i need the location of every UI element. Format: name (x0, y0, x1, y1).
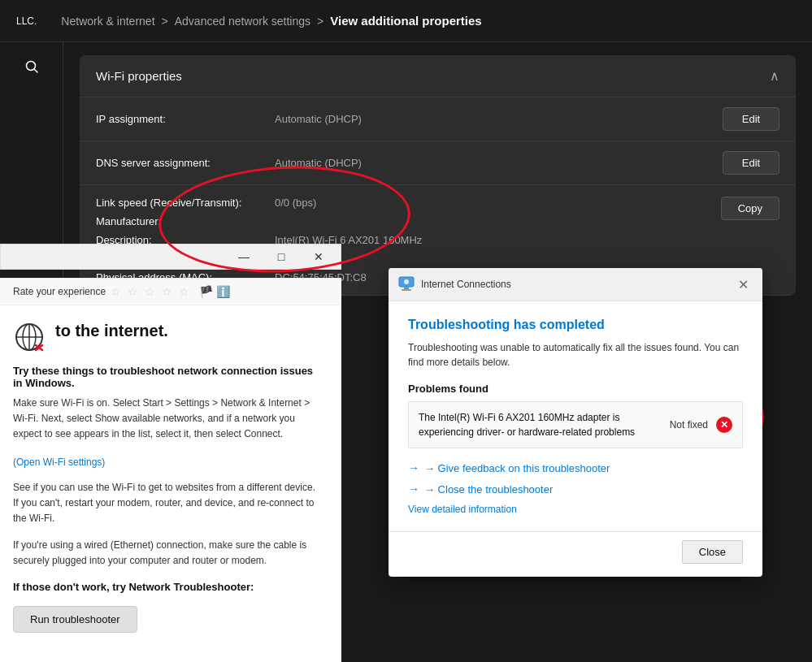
problem-x-icon: ✕ (716, 417, 732, 433)
restore-button[interactable]: □ (263, 244, 300, 269)
dialog-title-area: Internet Connections (398, 276, 511, 292)
search-button[interactable] (15, 50, 48, 83)
network-icon (398, 276, 415, 292)
dialog-title-text: Internet Connections (421, 279, 511, 290)
view-details-link[interactable]: View detailed information (408, 504, 743, 515)
breadcrumb-current: View additional properties (330, 14, 481, 28)
svg-rect-9 (404, 287, 409, 289)
close-troubleshooter-label: → Close the troubleshooter (424, 483, 553, 495)
description-value: Intel(R) Wi-Fi 6 AX201 160MHz (275, 234, 721, 246)
breadcrumb-part1: Network & internet (61, 15, 154, 28)
breadcrumb-sep1: > (162, 15, 168, 28)
manufacturer-label: Manufacturer: (96, 215, 275, 227)
panel-close-button[interactable]: ✕ (300, 244, 337, 269)
link-speed-row: Link speed (Receive/Transmit): 0/0 (bps) (96, 193, 721, 212)
trouble-headline: to the internet. (55, 322, 168, 340)
wifi-card-header: Wi-Fi properties ∧ (80, 55, 796, 97)
dialog-footer: Close (389, 531, 762, 577)
header-bar: LLC. Network & internet > Advanced netwo… (0, 0, 812, 42)
give-feedback-link[interactable]: → → Give feedback on this troubleshooter (408, 461, 743, 474)
copy-button[interactable]: Copy (721, 197, 779, 220)
troubleshooter-content: to the internet. Try these things to tro… (0, 305, 341, 662)
globe-icon (13, 321, 46, 353)
problem-text: The Intel(R) Wi-Fi 6 AX201 160MHz adapte… (419, 410, 662, 439)
panel-titlebar: — □ ✕ (0, 244, 341, 270)
svg-rect-10 (402, 289, 411, 291)
dns-assignment-edit-button[interactable]: Edit (723, 151, 779, 175)
close-arrow-icon: → (408, 482, 419, 495)
dialog-desc: Troubleshooting was unable to automatica… (408, 340, 743, 370)
ip-assignment-row: IP assignment: Automatic (DHCP) Edit (80, 97, 796, 141)
rating-label: Rate your experience (13, 286, 106, 297)
rating-icons: 🏴 ℹ️ (199, 285, 230, 298)
dns-assignment-label: DNS server assignment: (96, 157, 275, 169)
section1-header: Try these things to troubleshoot network… (13, 365, 322, 389)
run-troubleshooter-button[interactable]: Run troubleshooter (13, 606, 137, 633)
breadcrumb: Network & internet > Advanced network se… (61, 14, 481, 28)
problem-item: The Intel(R) Wi-Fi 6 AX201 160MHz adapte… (408, 401, 743, 448)
troubleshooter-dialog: Internet Connections ✕ Troubleshooting h… (389, 268, 762, 577)
rating-stars[interactable]: ☆ ☆ ☆ ☆ ☆ (111, 285, 191, 298)
dialog-titlebar: Internet Connections ✕ (389, 268, 762, 301)
dialog-heading: Troubleshooting has completed (408, 318, 743, 332)
give-feedback-label: → Give feedback on this troubleshooter (424, 462, 610, 474)
section3-body: If you're using a wired (Ethernet) conne… (13, 538, 322, 569)
problem-status: Not fixed (670, 419, 708, 431)
section4-header: If those don't work, try Network Trouble… (13, 581, 322, 593)
problems-section-title: Problems found (408, 383, 743, 395)
dns-assignment-value: Automatic (DHCP) (275, 157, 723, 169)
wifi-card-title: Wi-Fi properties (96, 69, 182, 83)
dialog-body: Troubleshooting has completed Troublesho… (389, 301, 762, 531)
logo: LLC. (16, 15, 37, 27)
svg-line-1 (34, 70, 37, 73)
close-troubleshooter-link[interactable]: → → Close the troubleshooter (408, 482, 743, 495)
feedback-arrow-icon: → (408, 461, 419, 474)
ip-assignment-label: IP assignment: (96, 113, 275, 125)
rating-area: Rate your experience ☆ ☆ ☆ ☆ ☆ 🏴 ℹ️ (0, 278, 341, 305)
link-speed-label: Link speed (Receive/Transmit): (96, 197, 275, 209)
dialog-close-x-button[interactable]: ✕ (733, 275, 753, 294)
svg-point-11 (404, 279, 409, 284)
section1-body: Make sure Wi-Fi is on. Select Start > Se… (13, 396, 322, 443)
ip-assignment-value: Automatic (DHCP) (275, 113, 723, 125)
chevron-up-icon[interactable]: ∧ (770, 68, 779, 84)
ip-assignment-edit-button[interactable]: Edit (723, 107, 779, 131)
dns-assignment-row: DNS server assignment: Automatic (DHCP) … (80, 141, 796, 185)
svg-point-0 (26, 62, 35, 71)
link-speed-value: 0/0 (bps) (275, 197, 721, 209)
minimize-button[interactable]: — (225, 244, 263, 269)
breadcrumb-part2: Advanced network settings (175, 15, 310, 28)
open-wifi-settings-link[interactable]: (Open Wi-Fi settings) (13, 456, 105, 468)
breadcrumb-sep2: > (317, 15, 323, 28)
section2-body: See if you can use the Wi-Fi to get to w… (13, 480, 322, 527)
dialog-close-button[interactable]: Close (682, 540, 743, 564)
manufacturer-row: Manufacturer: (96, 212, 721, 231)
